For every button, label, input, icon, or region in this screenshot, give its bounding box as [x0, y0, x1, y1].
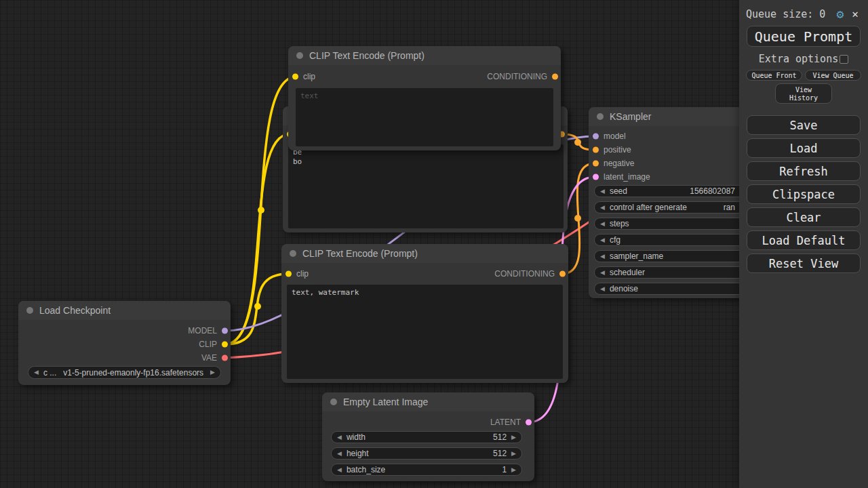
batch-size-widget[interactable]: ◀ batch_size 1 ▶ [331, 464, 522, 476]
node-title: KSampler [610, 111, 651, 122]
view-history-button[interactable]: View History [775, 83, 832, 104]
steps-widget[interactable]: ◀ steps [594, 218, 746, 230]
load-button[interactable]: Load [747, 138, 861, 158]
view-history-label: View History [786, 86, 821, 102]
combo-value: v1-5-pruned-emaonly-fp16.safetensors [56, 368, 210, 378]
port-label: LATENT [490, 418, 521, 427]
widget-label: batch_size [347, 465, 385, 474]
extra-options-checkbox[interactable] [840, 55, 848, 64]
denoise-widget[interactable]: ◀ denoise [594, 283, 746, 295]
width-widget[interactable]: ◀ width 512 ▶ [331, 431, 522, 443]
node-collapse-dot[interactable] [26, 307, 33, 314]
close-icon[interactable]: ✕ [852, 7, 859, 20]
queue-prompt-button[interactable]: Queue Prompt [747, 26, 861, 47]
node-load-checkpoint[interactable]: Load Checkpoint MODEL CLIP VAE ◀ c ... v… [18, 301, 231, 385]
decrement-arrow-icon[interactable]: ◀ [337, 467, 342, 473]
scheduler-widget[interactable]: ◀ scheduler [594, 266, 746, 279]
port-label: CONDITIONING [487, 72, 547, 81]
sampler-name-widget[interactable]: ◀ sampler_name [594, 250, 746, 262]
prompt-text-line: bo [293, 157, 302, 166]
node-title-bar[interactable]: Load Checkpoint [18, 301, 231, 320]
port-label: latent_image [604, 172, 650, 182]
wire-midpoint-dot [254, 303, 261, 310]
control-after-generate-widget[interactable]: ◀ control after generate ran [594, 201, 746, 214]
conditioning-output-port[interactable] [559, 271, 566, 277]
node-collapse-dot[interactable] [290, 250, 296, 257]
increment-arrow-icon[interactable]: ▶ [511, 434, 516, 441]
port-label: clip [303, 72, 315, 81]
load-default-button[interactable]: Load Default [747, 230, 861, 250]
prev-option-arrow-icon[interactable]: ◀ [34, 369, 39, 375]
widget-label: cfg [610, 235, 620, 245]
node-title: Load Checkpoint [39, 305, 111, 316]
decrement-arrow-icon[interactable]: ◀ [337, 451, 342, 457]
increment-arrow-icon[interactable]: ▶ [511, 467, 516, 473]
clear-button[interactable]: Clear [747, 207, 861, 227]
port-label: clip [296, 269, 309, 279]
node-empty-latent-image[interactable]: Empty Latent Image LATENT ◀ width 512 ▶ … [322, 392, 534, 481]
decrement-arrow-icon[interactable]: ◀ [337, 434, 342, 441]
view-queue-button[interactable]: View Queue [805, 70, 861, 81]
port-label: positive [604, 145, 631, 155]
decrement-arrow-icon[interactable]: ◀ [600, 253, 605, 260]
prompt-textarea[interactable]: be bo [288, 144, 564, 228]
model-output-port[interactable] [222, 328, 228, 334]
cfg-widget[interactable]: ◀ cfg [594, 234, 746, 246]
node-collapse-dot[interactable] [296, 52, 303, 59]
clipspace-button[interactable]: Clipspace [747, 184, 861, 204]
comfy-menu: Queue size: 0 ⚙ ✕ Queue Prompt Extra opt… [739, 0, 868, 488]
extra-options-label: Extra options [759, 53, 838, 65]
refresh-button[interactable]: Refresh [747, 161, 861, 181]
decrement-arrow-icon[interactable]: ◀ [600, 286, 605, 292]
decrement-arrow-icon[interactable]: ◀ [600, 205, 605, 211]
latent-image-input-port[interactable] [593, 174, 599, 180]
node-title-bar[interactable]: CLIP Text Encode (Prompt) [281, 244, 568, 263]
node-title-bar[interactable]: KSampler [589, 107, 751, 126]
clip-input-port[interactable] [285, 271, 292, 277]
decrement-arrow-icon[interactable]: ◀ [600, 237, 605, 243]
widget-label: width [347, 432, 366, 442]
prompt-textarea[interactable]: text [296, 88, 553, 146]
node-ksampler[interactable]: KSampler model positive negative latent_… [589, 107, 751, 298]
widget-label: steps [610, 219, 629, 228]
node-collapse-dot[interactable] [597, 113, 604, 120]
decrement-arrow-icon[interactable]: ◀ [600, 188, 605, 195]
prompt-textarea[interactable]: text, watermark [287, 285, 563, 379]
clip-output-port[interactable] [222, 342, 228, 348]
clip-input-port[interactable] [292, 74, 298, 80]
reset-view-button[interactable]: Reset View [747, 253, 861, 273]
port-label: CONDITIONING [494, 269, 555, 279]
node-title: Empty Latent Image [343, 396, 428, 407]
widget-value: 1566802087 [627, 186, 735, 196]
port-label: VAE [201, 353, 217, 363]
model-input-port[interactable] [593, 134, 599, 140]
node-title-bar[interactable]: CLIP Text Encode (Prompt) [288, 46, 561, 65]
queue-front-button[interactable]: Queue Front [746, 70, 802, 81]
increment-arrow-icon[interactable]: ▶ [511, 451, 516, 457]
node-collapse-dot[interactable] [330, 399, 337, 405]
widget-label: control after generate [610, 203, 687, 212]
negative-input-port[interactable] [593, 161, 599, 167]
node-clip-text-encode-negative[interactable]: CLIP Text Encode (Prompt) clip CONDITION… [281, 244, 568, 383]
wire-midpoint-dot [258, 207, 264, 214]
textarea-placeholder: text [300, 92, 319, 100]
node-clip-text-encode-top[interactable]: CLIP Text Encode (Prompt) clip CONDITION… [288, 46, 561, 150]
node-title-bar[interactable]: Empty Latent Image [322, 392, 534, 411]
settings-gear-icon[interactable]: ⚙ [837, 7, 844, 21]
prompt-text: text, watermark [292, 288, 359, 297]
vae-output-port[interactable] [222, 355, 228, 361]
positive-input-port[interactable] [593, 147, 599, 153]
ckpt-name-combo[interactable]: ◀ c ... v1-5-pruned-emaonly-fp16.safeten… [28, 366, 221, 379]
save-button[interactable]: Save [747, 115, 861, 135]
next-option-arrow-icon[interactable]: ▶ [210, 369, 215, 375]
widget-label: seed [610, 186, 627, 196]
seed-widget[interactable]: ◀ seed 1566802087 [594, 185, 746, 197]
widget-label: sampler_name [610, 251, 663, 261]
wire-midpoint-dot [574, 215, 581, 222]
height-widget[interactable]: ◀ height 512 ▶ [331, 447, 522, 460]
latent-output-port[interactable] [526, 420, 532, 426]
decrement-arrow-icon[interactable]: ◀ [600, 270, 605, 276]
conditioning-output-port[interactable] [552, 74, 558, 80]
decrement-arrow-icon[interactable]: ◀ [600, 221, 605, 227]
queue-size-label: Queue size: 0 [746, 8, 837, 20]
